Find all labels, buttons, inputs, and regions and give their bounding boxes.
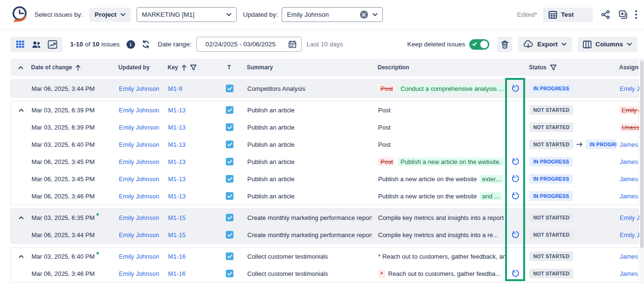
revert-button[interactable]	[511, 191, 521, 201]
table-row[interactable]: Mar 06, 2025, 3:45 PM Emily Johnson M1-1…	[11, 153, 638, 170]
collapse-all-icon[interactable]	[18, 66, 23, 69]
header-type[interactable]: T	[217, 59, 241, 76]
export-button[interactable]: Export	[518, 37, 572, 52]
row-updated-by-link[interactable]: Emily Johnson	[119, 187, 168, 205]
header-updated-by[interactable]: Updated by	[118, 59, 168, 76]
export-label: Export	[537, 41, 558, 48]
assignee-link[interactable]: Emily J	[620, 85, 639, 92]
assignee-link[interactable]: Unassi	[620, 123, 639, 131]
row-issue-key-link[interactable]: M1-13	[168, 187, 218, 205]
header-summary[interactable]: Summary	[241, 59, 371, 76]
saved-view-button[interactable]: Test	[543, 8, 593, 22]
row-issue-key-link[interactable]: M1-9	[168, 80, 218, 97]
header-status[interactable]: Status	[525, 59, 616, 76]
row-assignee: James	[616, 248, 639, 265]
row-issue-key-link[interactable]: M1-16	[168, 248, 218, 265]
assignee-link[interactable]: James	[620, 253, 638, 260]
row-issue-key-link[interactable]: M1-13	[168, 101, 218, 119]
row-issue-key-link[interactable]: M1-15	[168, 209, 218, 226]
assignee-link[interactable]: Emily J	[620, 214, 639, 221]
sort-ascending-icon[interactable]	[181, 65, 187, 71]
row-issue-key-link[interactable]: M1-13	[168, 119, 218, 136]
table-row[interactable]: Mar 03, 2025, 6:39 PM Emily Johnson M1-1…	[11, 101, 638, 119]
assignee-link[interactable]: James	[620, 270, 638, 277]
row-issue-key-link[interactable]: M1-13	[168, 153, 218, 170]
date-range-input[interactable]: 02/24/2025 - 03/06/2025	[196, 37, 302, 52]
columns-button[interactable]: Columns	[578, 37, 637, 52]
share-button[interactable]	[599, 8, 612, 22]
table-row[interactable]: Mar 06, 2025, 3:44 PM Emily Johnson M1-1…	[11, 226, 638, 243]
header-date-of-change[interactable]: Date of change	[31, 59, 118, 76]
table-row[interactable]: Mar 03, 2025, 6:40 PM Emily Johnson M1-1…	[11, 136, 638, 153]
assignee-link[interactable]: Emily J	[620, 106, 639, 114]
row-issue-key-link[interactable]: M1-13	[168, 136, 218, 153]
project-select[interactable]: MARKETING [M1]	[137, 7, 237, 22]
toolbar-right: Keep deleted issues Export	[407, 37, 638, 52]
header-assignee[interactable]: Assignee	[616, 59, 639, 76]
sort-ascending-icon[interactable]	[75, 65, 81, 71]
table-row[interactable]: Mar 06, 2025, 3:44 PM Emily Johnson M1-9…	[11, 80, 638, 97]
table-row[interactable]: Mar 03, 2025, 6:40 PM Emily Johnson M1-1…	[11, 248, 638, 265]
select-mode-dropdown[interactable]: Project	[89, 8, 131, 22]
keep-deleted-toggle[interactable]	[469, 39, 489, 50]
row-updated-by-link[interactable]: Emily Johnson	[119, 136, 168, 153]
row-collapse-cell	[11, 119, 32, 136]
header-key[interactable]: Key	[168, 59, 217, 76]
row-revert-cell	[506, 187, 526, 205]
description-text: Publish a new article on the website	[378, 193, 477, 200]
row-updated-by-link[interactable]: Emily Johnson	[119, 119, 168, 136]
row-updated-by-link[interactable]: Emily Johnson	[119, 265, 168, 282]
row-updated-by-link[interactable]: Emily Johnson	[119, 153, 168, 170]
created-indicator-dot	[96, 213, 99, 216]
row-updated-by-link[interactable]: Emily Johnson	[119, 248, 168, 265]
chart-view-tab[interactable]	[44, 38, 61, 51]
filter-icon[interactable]	[190, 65, 197, 71]
revert-button[interactable]	[511, 84, 521, 93]
saved-views-button[interactable]	[616, 8, 630, 22]
table-row[interactable]: Mar 06, 2025, 3:45 PM Emily Johnson M1-1…	[11, 170, 638, 187]
assignee-link[interactable]: James	[620, 141, 638, 148]
assignee-link[interactable]: James	[620, 158, 638, 165]
more-menu-button[interactable]	[633, 8, 639, 21]
row-updated-by-link[interactable]: Emily Johnson	[119, 170, 168, 187]
header-key-label: Key	[168, 64, 178, 71]
row-updated-by-link[interactable]: Emily Johnson	[119, 226, 168, 243]
refresh-button[interactable]	[139, 38, 152, 51]
revert-button[interactable]	[511, 230, 521, 240]
table-row[interactable]: Mar 06, 2025, 3:46 PM Emily Johnson M1-1…	[11, 187, 638, 205]
clear-filter-icon[interactable]	[360, 11, 368, 19]
info-icon[interactable]: i	[127, 40, 135, 49]
table-row[interactable]: Mar 03, 2025, 6:35 PM Emily Johnson M1-1…	[11, 209, 638, 226]
row-date: Mar 03, 2025, 6:39 PM	[32, 101, 119, 119]
collapse-group-icon[interactable]	[19, 255, 24, 258]
table-row[interactable]: Mar 06, 2025, 3:46 PM Emily Johnson M1-1…	[11, 265, 638, 282]
status-badge: NOT STARTED	[529, 269, 573, 278]
deleted-issues-button[interactable]	[497, 37, 512, 52]
header-description[interactable]: Description	[371, 59, 505, 76]
updated-by-select[interactable]: Emily Johnson	[282, 7, 383, 22]
vertical-scrollbar-thumb[interactable]	[640, 61, 644, 248]
row-updated-by-link[interactable]: Emily Johnson	[119, 80, 168, 97]
row-issue-key-link[interactable]: M1-16	[168, 265, 218, 282]
row-collapse-cell	[11, 170, 32, 187]
collapse-group-icon[interactable]	[19, 216, 24, 219]
table-view-tab[interactable]	[12, 38, 28, 50]
row-issue-key-link[interactable]: M1-15	[168, 226, 218, 243]
row-updated-by-link[interactable]: Emily Johnson	[119, 101, 168, 119]
row-issue-key-link[interactable]: M1-13	[168, 170, 218, 187]
description-text: Post	[378, 124, 391, 131]
collapse-group-icon[interactable]	[19, 109, 24, 112]
users-view-tab[interactable]	[28, 38, 44, 51]
revert-button[interactable]	[511, 269, 521, 278]
saved-view-name: Test	[561, 11, 574, 18]
assignee-link[interactable]: James	[620, 175, 638, 183]
revert-button[interactable]	[511, 174, 521, 184]
table-row[interactable]: Mar 03, 2025, 6:39 PM Emily Johnson M1-1…	[11, 119, 638, 136]
row-updated-by-link[interactable]: Emily Johnson	[119, 209, 168, 226]
select-issues-by-label: Select issues by:	[34, 11, 83, 18]
assignee-link[interactable]: James	[620, 193, 638, 200]
row-description: Compile key metrics and insights into a …	[372, 226, 506, 243]
assignee-link[interactable]: Emily J	[620, 231, 639, 239]
revert-button[interactable]	[511, 157, 521, 166]
filter-icon[interactable]	[550, 65, 557, 71]
